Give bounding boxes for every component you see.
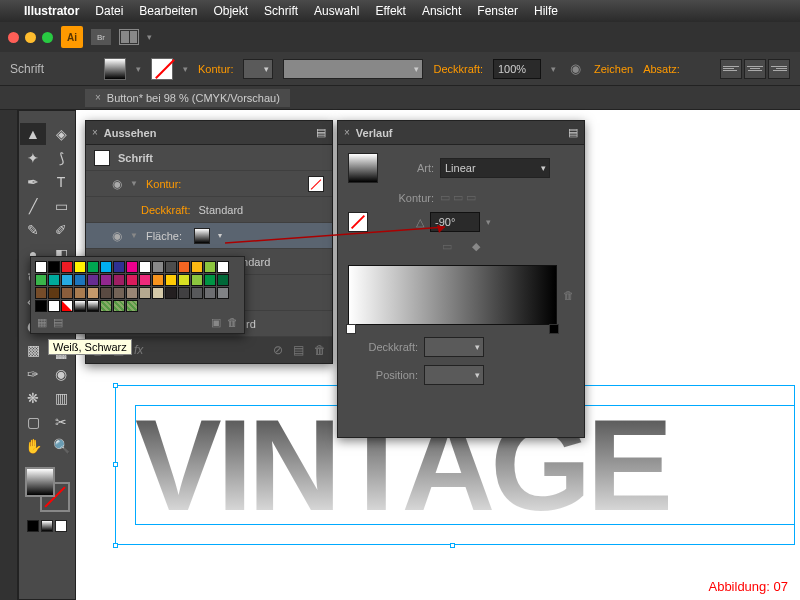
recolor-icon[interactable]: ◉ — [566, 60, 584, 78]
swatch-cell[interactable] — [35, 261, 47, 273]
disclosure-icon[interactable]: ▼ — [130, 179, 138, 188]
fill-box[interactable] — [25, 467, 55, 497]
gradient-type-select[interactable]: Linear — [440, 158, 550, 178]
swatch-cell[interactable] — [74, 261, 86, 273]
stop-opacity-select[interactable] — [424, 337, 484, 357]
swatch-cell[interactable] — [87, 274, 99, 286]
menu-schrift[interactable]: Schrift — [264, 4, 298, 18]
swatch-cell[interactable] — [48, 287, 60, 299]
swatch-cell[interactable] — [61, 300, 73, 312]
swatch-cell[interactable] — [191, 274, 203, 286]
swatch-cell[interactable] — [61, 274, 73, 286]
swatch-cell[interactable] — [217, 261, 229, 273]
eyedropper-tool[interactable]: ✑ — [20, 363, 46, 385]
none-mode[interactable] — [55, 520, 67, 532]
swatch-cell[interactable] — [152, 287, 164, 299]
swatch-cell[interactable] — [152, 274, 164, 286]
gradient-ramp[interactable] — [348, 265, 557, 325]
swatch-cell[interactable] — [61, 287, 73, 299]
fill-dropdown-icon[interactable]: ▾ — [136, 64, 141, 74]
maximize-button[interactable] — [42, 32, 53, 43]
panel-dock-strip[interactable] — [0, 110, 18, 600]
angle-dropdown-icon[interactable]: ▾ — [486, 217, 491, 227]
swatch-cell[interactable] — [100, 274, 112, 286]
opacity-dropdown-icon[interactable]: ▾ — [551, 64, 556, 74]
row-swatch[interactable] — [308, 176, 324, 192]
graph-tool[interactable]: ▥ — [48, 387, 74, 409]
zeichen-link[interactable]: Zeichen — [594, 63, 633, 75]
swatch-cell[interactable] — [139, 261, 151, 273]
swatch-cell[interactable] — [48, 300, 60, 312]
swatch-cell[interactable] — [191, 261, 203, 273]
swatch-cell[interactable] — [100, 300, 112, 312]
swatch-cell[interactable] — [74, 287, 86, 299]
menu-fenster[interactable]: Fenster — [477, 4, 518, 18]
swatch-cell[interactable] — [87, 261, 99, 273]
line-tool[interactable]: ╱ — [20, 195, 46, 217]
gradient-stop-black[interactable] — [549, 324, 559, 334]
swatch-cell[interactable] — [74, 300, 86, 312]
clear-icon[interactable]: ⊘ — [273, 343, 283, 357]
selection-tool[interactable]: ▲ — [20, 123, 46, 145]
align-center-button[interactable] — [744, 59, 766, 79]
pencil-tool[interactable]: ✐ — [48, 219, 74, 241]
menu-ansicht[interactable]: Ansicht — [422, 4, 461, 18]
layout-switcher[interactable] — [119, 29, 139, 45]
align-right-button[interactable] — [768, 59, 790, 79]
panel-close-icon[interactable]: × — [92, 127, 98, 138]
gradient-panel-header[interactable]: × Verlauf ▤ — [338, 121, 584, 145]
swatch-cell[interactable] — [113, 261, 125, 273]
document-tab[interactable]: × Button* bei 98 % (CMYK/Vorschau) — [85, 89, 290, 107]
appearance-row-deckkraft-1[interactable]: Deckkraft: Standard — [86, 197, 332, 223]
swatch-menu-icon[interactable]: ▦ — [37, 316, 47, 329]
brush-select[interactable] — [283, 59, 423, 79]
appearance-panel-header[interactable]: × Aussehen ▤ — [86, 121, 332, 145]
swatch-cell[interactable] — [165, 287, 177, 299]
swatch-cell[interactable] — [100, 261, 112, 273]
gradient-stop-white[interactable] — [346, 324, 356, 334]
type-tool[interactable]: T — [48, 171, 74, 193]
swatch-cell[interactable] — [139, 287, 151, 299]
panel-menu-icon[interactable]: ▤ — [316, 126, 326, 139]
swatch-cell[interactable] — [152, 261, 164, 273]
swatch-cell[interactable] — [217, 274, 229, 286]
swatch-cell[interactable] — [113, 300, 125, 312]
duplicate-icon[interactable]: ▤ — [293, 343, 304, 357]
swatch-cell[interactable] — [165, 274, 177, 286]
swatch-cell[interactable] — [35, 300, 47, 312]
minimize-button[interactable] — [25, 32, 36, 43]
kontur-label[interactable]: Kontur: — [198, 63, 233, 75]
hand-tool[interactable]: ✋ — [20, 435, 46, 457]
stroke-weight-select[interactable] — [243, 59, 273, 79]
menu-effekt[interactable]: Effekt — [375, 4, 405, 18]
fill-swatch-dropdown[interactable] — [194, 228, 210, 244]
menu-bearbeiten[interactable]: Bearbeiten — [139, 4, 197, 18]
layout-dropdown-icon[interactable]: ▾ — [147, 32, 152, 42]
visibility-icon[interactable]: ◉ — [112, 177, 122, 191]
align-left-button[interactable] — [720, 59, 742, 79]
panel-menu-icon[interactable]: ▤ — [568, 126, 578, 139]
opacity-input[interactable]: 100% — [493, 59, 541, 79]
fill-stroke-indicator[interactable] — [25, 467, 70, 512]
swatch-cell[interactable] — [126, 287, 138, 299]
panel-close-icon[interactable]: × — [344, 127, 350, 138]
swatch-cell[interactable] — [113, 274, 125, 286]
swatch-cell[interactable] — [126, 300, 138, 312]
pen-tool[interactable]: ✒ — [20, 171, 46, 193]
close-button[interactable] — [8, 32, 19, 43]
paintbrush-tool[interactable]: ✎ — [20, 219, 46, 241]
swatch-cell[interactable] — [139, 274, 151, 286]
swatch-cell[interactable] — [126, 261, 138, 273]
swatch-cell[interactable] — [87, 300, 99, 312]
new-swatch-icon[interactable]: ▣ — [211, 316, 221, 329]
menu-datei[interactable]: Datei — [95, 4, 123, 18]
swatch-cell[interactable] — [35, 274, 47, 286]
color-mode[interactable] — [27, 520, 39, 532]
fx-icon[interactable]: fx — [134, 343, 143, 357]
app-name[interactable]: Illustrator — [24, 4, 79, 18]
swatch-cell[interactable] — [126, 274, 138, 286]
rectangle-tool[interactable]: ▭ — [48, 195, 74, 217]
swatch-cell[interactable] — [178, 287, 190, 299]
menu-auswahl[interactable]: Auswahl — [314, 4, 359, 18]
swatch-cell[interactable] — [204, 287, 216, 299]
